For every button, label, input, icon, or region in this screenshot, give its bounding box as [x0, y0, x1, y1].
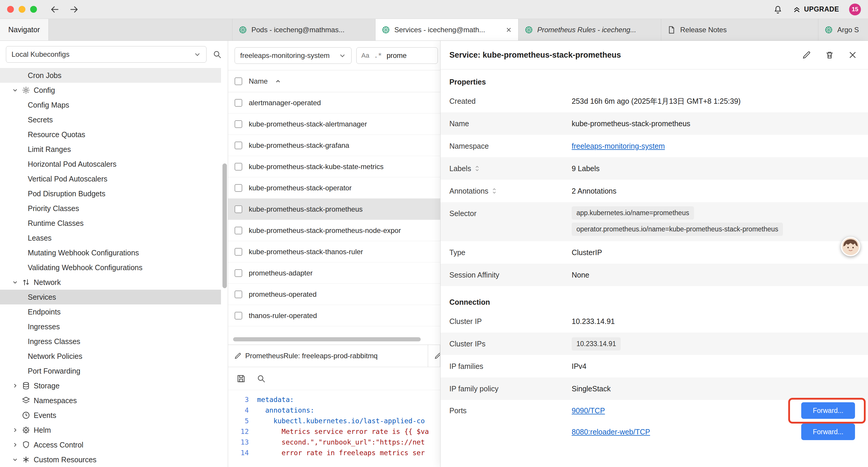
- editor-search-button[interactable]: [256, 374, 266, 383]
- yaml-editor[interactable]: 3metadata: 4 annotations: 5 kubectl.kube…: [228, 390, 440, 467]
- tab-services[interactable]: Services - icecheng@math...: [375, 19, 519, 40]
- namespace-link[interactable]: freeleaps-monitoring-system: [572, 142, 665, 150]
- minimize-window-button[interactable]: [19, 6, 25, 13]
- zoom-window-button[interactable]: [30, 6, 37, 13]
- property-value[interactable]: 9 Labels: [572, 164, 600, 173]
- sidebar-item-storage[interactable]: Storage: [0, 378, 221, 393]
- sidebar-item-resource-quotas[interactable]: Resource Quotas: [0, 127, 221, 142]
- sidebar-item-secrets[interactable]: Secrets: [0, 112, 221, 127]
- row-checkbox[interactable]: [235, 205, 242, 213]
- chevron-right-icon[interactable]: [12, 382, 18, 389]
- chevron-down-icon[interactable]: [12, 279, 18, 286]
- forward-port-button[interactable]: Forward...: [801, 402, 855, 419]
- sidebar-item-limit-ranges[interactable]: Limit Ranges: [0, 142, 221, 157]
- editor-tab-partial[interactable]: [428, 345, 440, 367]
- sidebar-item-vertical-pod-autoscalers[interactable]: Vertical Pod Autoscalers: [0, 171, 221, 186]
- editor-tab-prometheusrule[interactable]: PrometheusRule: freeleaps-prod-rabbitmq: [228, 345, 428, 367]
- sort-ascending-icon[interactable]: [275, 78, 281, 85]
- regex-icon[interactable]: .*: [374, 52, 382, 59]
- row-checkbox[interactable]: [235, 248, 242, 256]
- namespace-select[interactable]: freeleaps-monitoring-system: [235, 47, 351, 64]
- notification-count-badge[interactable]: 15: [849, 4, 861, 16]
- table-row[interactable]: alertmanager-operated: [228, 92, 440, 114]
- table-row[interactable]: prometheus-operated: [228, 284, 440, 305]
- close-window-button[interactable]: [7, 6, 14, 13]
- sidebar-item-validating-webhook-configurations[interactable]: Validating Webhook Configurations: [0, 260, 221, 275]
- sidebar-item-custom-resources[interactable]: Custom Resources: [0, 452, 221, 467]
- sidebar-item-ingresses[interactable]: Ingresses: [0, 319, 221, 334]
- delete-button[interactable]: [825, 50, 834, 60]
- row-checkbox[interactable]: [235, 120, 242, 128]
- expand-collapse-icon[interactable]: [474, 165, 480, 172]
- upgrade-button[interactable]: UPGRADE: [793, 5, 839, 13]
- tab-argo[interactable]: Argo S: [818, 19, 868, 40]
- tab-pods[interactable]: Pods - icecheng@mathmas...: [232, 19, 375, 40]
- row-checkbox[interactable]: [235, 99, 242, 107]
- match-case-icon[interactable]: Aa: [361, 52, 369, 59]
- forward-port-button[interactable]: Forward...: [801, 424, 855, 440]
- sidebar-item-ingress-classes[interactable]: Ingress Classes: [0, 334, 221, 349]
- port-link[interactable]: 8080:reloader-web/TCP: [572, 428, 650, 436]
- row-checkbox[interactable]: [235, 142, 242, 149]
- sidebar-item-horizontal-pod-autoscalers[interactable]: Horizontal Pod Autoscalers: [0, 157, 221, 171]
- sidebar-item-helm[interactable]: Helm: [0, 423, 221, 437]
- save-button[interactable]: [236, 374, 246, 383]
- navigator-pane-tab[interactable]: Navigator: [0, 19, 49, 40]
- close-drawer-button[interactable]: [848, 50, 857, 60]
- filter-input[interactable]: Aa .* prome: [356, 47, 438, 64]
- sidebar-item-runtime-classes[interactable]: Runtime Classes: [0, 216, 221, 231]
- sidebar-item-port-forwarding[interactable]: Port Forwarding: [0, 363, 221, 378]
- property-value[interactable]: 2 Annotations: [572, 187, 617, 195]
- table-row-selected[interactable]: kube-prometheus-stack-prometheus: [228, 199, 440, 220]
- sidebar-item-config-maps[interactable]: Config Maps: [0, 97, 221, 112]
- tab-prometheus-rules[interactable]: Prometheus Rules - icecheng...: [519, 19, 661, 40]
- chevron-down-icon[interactable]: [12, 456, 18, 463]
- sidebar-item-cron-jobs[interactable]: Cron Jobs: [0, 68, 221, 83]
- expand-collapse-icon[interactable]: [491, 187, 497, 195]
- kubeconfig-select[interactable]: Local Kubeconfigs: [6, 46, 207, 63]
- row-checkbox[interactable]: [235, 312, 242, 320]
- sidebar-item-network[interactable]: Network: [0, 275, 221, 290]
- chevron-right-icon[interactable]: [12, 427, 18, 433]
- back-button[interactable]: [50, 4, 60, 14]
- sidebar-item-namespaces[interactable]: Namespaces: [0, 393, 221, 408]
- sidebar-item-mutating-webhook-configurations[interactable]: Mutating Webhook Configurations: [0, 245, 221, 260]
- sidebar-item-leases[interactable]: Leases: [0, 231, 221, 245]
- notifications-button[interactable]: [773, 5, 783, 14]
- port-link[interactable]: 9090/TCP: [572, 406, 605, 415]
- sidebar-item-pod-disruption-budgets[interactable]: Pod Disruption Budgets: [0, 186, 221, 201]
- table-row[interactable]: kube-prometheus-stack-operator: [228, 177, 440, 199]
- table-row[interactable]: kube-prometheus-stack-alertmanager: [228, 114, 440, 135]
- scrollbar-thumb[interactable]: [233, 337, 421, 341]
- table-row[interactable]: prometheus-adapter: [228, 262, 440, 284]
- sidebar-item-endpoints[interactable]: Endpoints: [0, 304, 221, 319]
- sidebar-item-network-policies[interactable]: Network Policies: [0, 349, 221, 363]
- close-tab-icon[interactable]: [505, 26, 512, 33]
- navigator-search-button[interactable]: [212, 50, 222, 59]
- tab-release-notes[interactable]: Release Notes: [661, 19, 818, 40]
- sidebar-item-access-control[interactable]: Access Control: [0, 437, 221, 452]
- table-row[interactable]: kube-prometheus-stack-thanos-ruler: [228, 241, 440, 262]
- select-all-checkbox[interactable]: [235, 78, 242, 85]
- row-checkbox[interactable]: [235, 163, 242, 171]
- table-row[interactable]: kube-prometheus-stack-grafana: [228, 135, 440, 156]
- sidebar-item-config[interactable]: Config: [0, 83, 221, 97]
- sidebar-item-priority-classes[interactable]: Priority Classes: [0, 201, 221, 216]
- row-checkbox[interactable]: [235, 184, 242, 192]
- forward-button[interactable]: [69, 4, 79, 14]
- chevron-down-icon[interactable]: [12, 87, 18, 93]
- sidebar-item-services[interactable]: Services: [0, 290, 221, 304]
- avatar[interactable]: [841, 237, 860, 256]
- sidebar-item-events[interactable]: Events: [0, 408, 221, 423]
- row-checkbox[interactable]: [235, 291, 242, 298]
- scrollbar-thumb[interactable]: [222, 164, 227, 288]
- table-row[interactable]: kube-prometheus-stack-prometheus-node-ex…: [228, 220, 440, 241]
- edit-button[interactable]: [802, 50, 811, 60]
- name-column-header[interactable]: Name: [249, 77, 268, 85]
- property-label: Ports: [450, 400, 572, 421]
- table-row[interactable]: kube-prometheus-stack-kube-state-metrics: [228, 156, 440, 177]
- table-row[interactable]: thanos-ruler-operated: [228, 305, 440, 326]
- row-checkbox[interactable]: [235, 227, 242, 234]
- row-checkbox[interactable]: [235, 269, 242, 277]
- chevron-right-icon[interactable]: [12, 442, 18, 448]
